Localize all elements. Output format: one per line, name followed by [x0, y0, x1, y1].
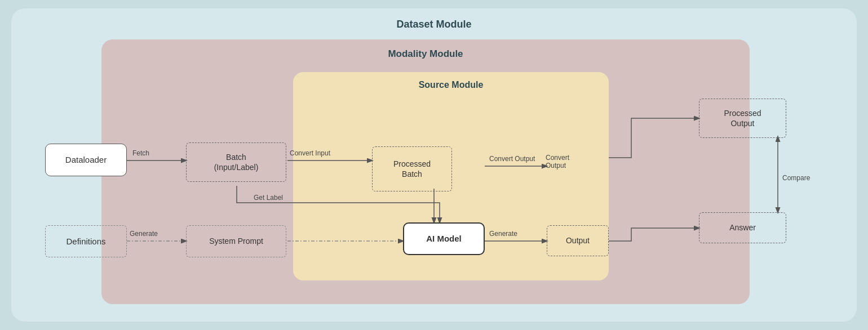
convert-output-label: Convert Output [546, 154, 569, 170]
svg-text:Convert Input: Convert Input [290, 149, 331, 157]
svg-text:Convert Output: Convert Output [489, 155, 535, 163]
answer-box: Answer [699, 212, 786, 243]
ai-model-box: AI Model [403, 222, 485, 255]
system-prompt-box: System Prompt [186, 225, 286, 257]
svg-text:Generate: Generate [489, 230, 517, 238]
svg-text:Generate: Generate [130, 230, 158, 238]
output-box: Output [547, 225, 609, 256]
dataloader-box: Dataloader [45, 144, 127, 176]
dataset-module: Dataset Module Modality Module Source Mo… [11, 8, 857, 322]
definitions-box: Definitions [45, 225, 127, 257]
svg-text:Fetch: Fetch [132, 149, 149, 157]
processed-output-box: Processed Output [699, 99, 786, 138]
batch-box: Batch (Input/Label) [186, 142, 286, 182]
processed-batch-box: Processed Batch [372, 146, 452, 191]
svg-text:Compare: Compare [782, 174, 811, 182]
svg-text:Get Label: Get Label [254, 194, 283, 202]
